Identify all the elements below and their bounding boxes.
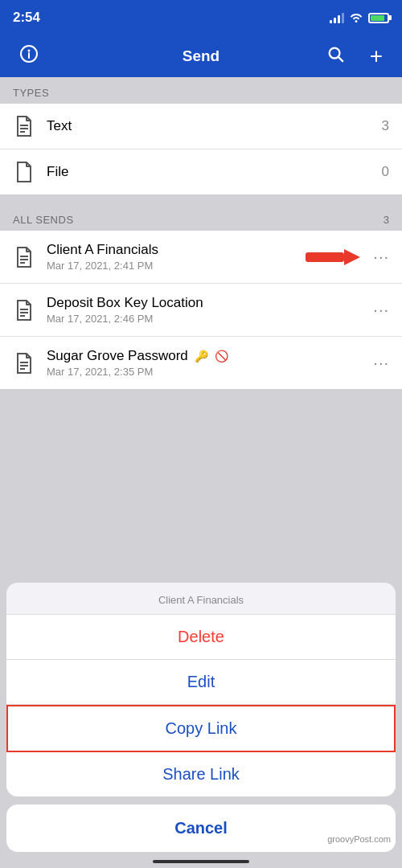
deposit-box-more-button[interactable]: ···	[373, 301, 389, 319]
sugar-grove-subtitle: Mar 17, 2021, 2:35 PM	[47, 366, 367, 378]
key-icon: 🔑	[195, 350, 208, 362]
action-sheet-title: Client A Financials	[6, 583, 396, 615]
file-item-title: File	[47, 164, 382, 180]
edit-action-button[interactable]: Edit	[6, 660, 396, 705]
all-sends-header-row: ALL SENDS 3	[0, 204, 402, 231]
client-a-financials-item[interactable]: Client A Financials Mar 17, 2021, 2:41 P…	[0, 231, 402, 284]
sugar-grove-content: Sugar Grove Password 🔑 🚫 Mar 17, 2021, 2…	[47, 348, 367, 378]
nav-title: Send	[183, 47, 219, 65]
all-sends-count: 3	[384, 214, 389, 226]
sugar-grove-item[interactable]: Sugar Grove Password 🔑 🚫 Mar 17, 2021, 2…	[0, 337, 402, 389]
types-list: Text 3 File 0	[0, 104, 402, 194]
list-item[interactable]: Text 3	[0, 104, 402, 149]
file-doc-icon	[13, 161, 35, 183]
delete-action-button[interactable]: Delete	[6, 615, 396, 660]
text-item-count: 3	[382, 118, 389, 134]
wifi-icon	[349, 11, 363, 25]
list-item[interactable]: File 0	[0, 149, 402, 194]
deposit-box-subtitle: Mar 17, 2021, 2:46 PM	[47, 313, 367, 325]
types-section-header: TYPES	[0, 77, 402, 104]
red-arrow-indicator	[306, 249, 360, 265]
share-link-action-button[interactable]: Share Link	[6, 752, 396, 796]
file-item-count: 0	[382, 164, 389, 180]
deposit-box-item[interactable]: Deposit Box Key Location Mar 17, 2021, 2…	[0, 284, 402, 337]
signal-icon	[330, 12, 344, 23]
all-sends-section-header: ALL SENDS	[13, 214, 74, 226]
sugar-grove-more-button[interactable]: ···	[373, 354, 389, 372]
status-time: 2:54	[13, 10, 40, 26]
file-item-content: File	[47, 164, 382, 180]
deposit-box-doc-icon	[13, 299, 35, 321]
deposit-box-content: Deposit Box Key Location Mar 17, 2021, 2…	[47, 295, 367, 325]
info-button[interactable]	[13, 41, 45, 72]
text-item-title: Text	[47, 118, 382, 134]
home-indicator	[153, 860, 249, 863]
client-a-doc-icon	[13, 246, 35, 268]
ban-icon: 🚫	[215, 350, 228, 362]
battery-icon	[368, 13, 389, 23]
deposit-box-title: Deposit Box Key Location	[47, 295, 367, 311]
content: TYPES Text 3	[0, 77, 402, 389]
nav-right: +	[320, 40, 389, 72]
sugar-grove-title: Sugar Grove Password	[47, 348, 188, 364]
sugar-grove-doc-icon	[13, 352, 35, 375]
client-a-more-button[interactable]: ···	[373, 248, 389, 266]
copy-link-action-button[interactable]: Copy Link	[6, 705, 396, 752]
action-sheet-overlay: Client A Financials Delete Edit Copy Lin…	[0, 583, 402, 868]
add-button[interactable]: +	[363, 40, 389, 72]
status-bar: 2:54	[0, 0, 402, 35]
all-sends-list: Client A Financials Mar 17, 2021, 2:41 P…	[0, 231, 402, 389]
status-icons	[330, 11, 389, 25]
section-gap	[0, 196, 402, 204]
text-item-content: Text	[47, 118, 382, 134]
action-sheet: Client A Financials Delete Edit Copy Lin…	[6, 583, 396, 796]
watermark: groovyPost.com	[327, 834, 391, 844]
text-doc-icon	[13, 115, 35, 137]
cancel-button[interactable]: Cancel	[6, 805, 396, 852]
nav-bar: Send +	[0, 35, 402, 77]
svg-line-4	[338, 57, 343, 61]
search-button[interactable]	[320, 42, 351, 71]
nav-left	[13, 41, 45, 72]
